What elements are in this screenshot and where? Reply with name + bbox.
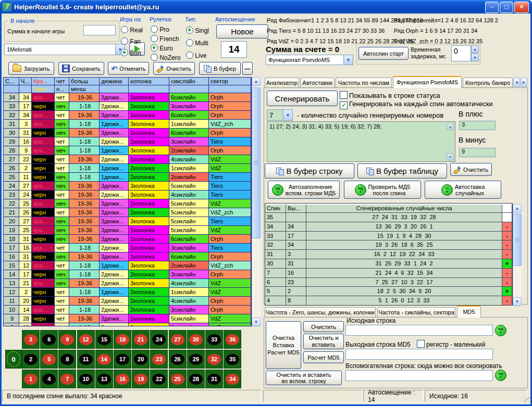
show-status-checkbox[interactable]: Показывать в строке статуса — [340, 91, 440, 99]
board-cell-15[interactable]: 15 — [95, 330, 113, 349]
board-cell-25[interactable]: 25 — [169, 370, 187, 388]
spins-row[interactable]: 262чернчет1-181дюжи...2колонка1сиклайнVd… — [4, 164, 252, 173]
board-cell-29[interactable]: 29 — [187, 350, 205, 369]
board-cell-7[interactable]: 7 — [58, 370, 76, 388]
spins-row[interactable]: 289кра...неч1-181дюжи...3колонка2сиклайн… — [4, 146, 252, 155]
spins-row[interactable]: 2427кра...неч19-363дюжи...3колонка5сикла… — [4, 182, 252, 191]
scrollbar-thumb[interactable] — [252, 87, 261, 238]
buffer-table-button[interactable]: В буфер таблицу — [357, 163, 447, 179]
spins-row[interactable]: 3234кра...чет19-363дюжи...1колонка6сикла… — [4, 111, 252, 120]
radio-icon[interactable] — [186, 39, 193, 46]
generate-button[interactable]: Сгенерировать — [267, 91, 338, 106]
board-cell-27[interactable]: 27 — [169, 330, 187, 349]
md5-icon-button[interactable]: МД 5 — [495, 325, 506, 336]
spins-row[interactable]: 1014кра...чет1-182дюжи...2колонка3сиклай… — [4, 306, 252, 314]
radio-icon[interactable] — [121, 37, 128, 45]
scrollbar-thumb[interactable] — [513, 214, 522, 266]
spins-row[interactable]: 2027кра...неч19-363дюжи...3колонка5сикла… — [4, 217, 252, 226]
source-string-input[interactable] — [345, 325, 493, 336]
textarea-scroll-up-icon[interactable]: ▲ — [447, 123, 454, 130]
generated-row[interactable]: 331715 19 1 9 4 28 30- — [265, 232, 512, 241]
delay-up-button[interactable]: ▲ — [471, 45, 479, 53]
spins-row[interactable]: 3434кра...чет19-363дюжи...1колонка6сикла… — [4, 93, 252, 102]
radio-icon[interactable] — [151, 54, 158, 61]
textarea-scroll-down-icon[interactable]: ▼ — [447, 153, 454, 160]
preset-combobox[interactable]: 1Melonati ▼ — [4, 44, 125, 55]
maximize-button[interactable]: □ — [500, 2, 513, 13]
clear-generated-button[interactable]: Очистить — [450, 163, 492, 176]
board-cell-18[interactable]: 18 — [114, 330, 131, 349]
radio-icon[interactable] — [151, 44, 158, 52]
start-sum-input[interactable] — [83, 25, 116, 35]
board-cell-20[interactable]: 20 — [132, 350, 150, 369]
radio-icon[interactable] — [121, 26, 128, 33]
md5-big-button[interactable]: Очистка Вставка Расчет MD5 — [266, 321, 301, 369]
board-cell-0[interactable]: 0 — [5, 350, 22, 369]
register-checkbox[interactable]: регистр - маленький — [417, 340, 485, 348]
board-cell-19[interactable]: 19 — [132, 370, 150, 388]
board-cell-22[interactable]: 22 — [150, 370, 168, 388]
title-bar[interactable]: 7 HelperRoullet 5.6- create helperroulle… — [0, 0, 532, 14]
spins-row[interactable]: 1925кра...неч19-363дюжи...1колонка5сикла… — [4, 226, 252, 235]
spins-row[interactable]: 818кра...чет1-182дюжи...3колонка3сиклайн… — [4, 323, 252, 326]
output-string-input[interactable] — [345, 349, 493, 360]
board-cell-32[interactable]: 32 — [205, 350, 223, 369]
minimize-button[interactable]: ─ — [485, 2, 499, 13]
radio-euro[interactable]: Euro — [151, 44, 173, 52]
delay-input[interactable]: 0 — [451, 45, 471, 61]
checkbox-icon[interactable] — [417, 340, 425, 348]
board-cell-2[interactable]: 2 — [22, 350, 40, 369]
generated-row[interactable]: 485 1 26 0 12 3 33- — [265, 296, 512, 306]
spins-row[interactable]: 1716кра...чет1-182дюжи...1колонка3сиклай… — [4, 244, 252, 252]
board-cell-14[interactable]: 14 — [95, 350, 113, 369]
bottom-tab-2[interactable]: Частота - сиклайны, сектора — [377, 307, 455, 318]
board-cell-30[interactable]: 30 — [187, 330, 205, 349]
board-cell-1[interactable]: 1 — [22, 370, 40, 388]
functional-combobox[interactable]: Функционал PsevdoMS▼ — [266, 55, 353, 65]
tab-4[interactable]: Функционал PsevdoMS — [393, 76, 462, 88]
tab-1[interactable]: Анализатор — [265, 78, 299, 88]
board-cell-3[interactable]: 3 — [22, 330, 40, 349]
close-button[interactable]: × — [514, 2, 529, 13]
chevron-down-icon[interactable]: ▼ — [343, 55, 353, 65]
radio-icon[interactable] — [151, 35, 158, 42]
radio-bon[interactable]: Bon — [121, 49, 141, 57]
spins-row[interactable]: 2126чернчет19-363дюжи...2колонка5сиклайн… — [4, 208, 252, 217]
radio-icon[interactable] — [121, 49, 128, 56]
generated-row[interactable]: 323419 3 26 18 6 35 25- — [265, 240, 512, 250]
spins-row[interactable]: 1512кра...чет1-181дюжи...3колонка2сиклай… — [4, 261, 252, 270]
radio-fan[interactable]: Fan — [121, 37, 141, 45]
save-button[interactable]: Сохранить — [58, 62, 104, 75]
tabs-scroll-right-button[interactable]: ► — [521, 78, 527, 87]
autospin-start-button[interactable]: Автоспин старт — [358, 47, 409, 60]
aux-string-input[interactable] — [345, 370, 493, 381]
checkbox-icon[interactable] — [340, 91, 348, 99]
autobet-random-button[interactable]: ГС ЧАвтоставка случайных — [425, 181, 501, 199]
md5-calc-button[interactable]: Расчет MD5 — [303, 351, 344, 363]
board-cell-33[interactable]: 33 — [205, 330, 223, 349]
bottom-tab-1[interactable]: Частота - Zero, шансы, дюжины, колонки — [265, 307, 376, 318]
radio-singl[interactable]: Singl — [186, 27, 209, 34]
radio-real[interactable]: Real — [121, 26, 143, 34]
spins-row[interactable]: 1120чернчет19-362дюжи...2колонка4сиклайн… — [4, 297, 252, 306]
generated-row[interactable]: 71621 24 4 6 32 15 34- — [265, 269, 512, 278]
spins-row[interactable]: 2916кра...чет1-182дюжи...1колонка3сиклай… — [4, 137, 252, 146]
board-cell-24[interactable]: 24 — [150, 330, 168, 349]
check-md5-button[interactable]: МД 5Проверить МД5 после спина — [344, 181, 421, 199]
tab-3[interactable]: Частоты по числам — [336, 78, 392, 88]
scroll-down-button[interactable]: ▼ — [513, 297, 522, 306]
spins-row[interactable]: 2324чернчет19-362дюжи...3колонка4сиклайн… — [4, 191, 252, 199]
tab-2[interactable]: Автоставки — [300, 78, 335, 88]
board-cell-26[interactable]: 26 — [169, 350, 187, 369]
scroll-down-button[interactable]: ▼ — [252, 318, 261, 326]
board-cell-9[interactable]: 9 — [58, 330, 76, 349]
buffer-row-button[interactable]: В буфер строку — [265, 163, 354, 179]
board-cell-11[interactable]: 11 — [77, 350, 95, 369]
spins-row[interactable]: 1321кра...неч19-362дюжи...3колонка4сикла… — [4, 279, 252, 288]
board-cell-10[interactable]: 10 — [77, 370, 95, 388]
generated-row[interactable]: 31316 2 12 19 22 34 33- — [265, 250, 512, 259]
board-cell-17[interactable]: 17 — [114, 350, 131, 369]
tabs-scroll-left-button[interactable]: ◄ — [513, 78, 520, 87]
board-cell-16[interactable]: 16 — [114, 370, 131, 388]
spins-row[interactable]: 1417черннеч1-182дюжи...2колонка3сиклайнO… — [4, 270, 252, 279]
